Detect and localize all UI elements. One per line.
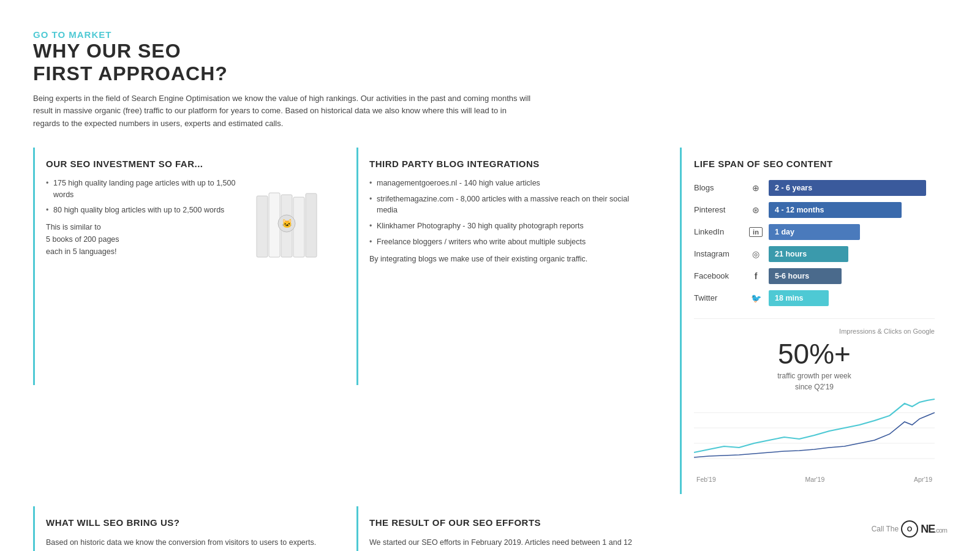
linkedin-icon: in	[749, 227, 763, 237]
lifespan-label-linkedin: LinkedIn	[694, 227, 743, 236]
chart-svg	[694, 397, 935, 471]
lifespan-label-blogs: Blogs	[694, 183, 743, 192]
big-stat-sub: traffic growth per weeksince Q2'19	[694, 370, 935, 392]
third-party-list: managementgoeroes.nl - 140 high value ar…	[369, 178, 650, 248]
lifespan-label-twitter: Twitter	[694, 293, 743, 302]
list-item: 175 high quality landing page articles w…	[46, 178, 241, 201]
lifespan-bar-twitter: 18 mins	[769, 290, 829, 306]
instagram-icon: ◎	[749, 249, 763, 259]
seo-bring-desc: Based on historic data we know the conve…	[46, 536, 327, 549]
facebook-icon: f	[749, 271, 763, 281]
twitter-icon: 🐦	[749, 293, 763, 303]
lifespan-card: LIFE SPAN OF SEO CONTENT Blogs ⊕ 2 - 6 y…	[680, 148, 947, 494]
seo-investment-text: 175 high quality landing page articles w…	[46, 178, 241, 258]
svg-text:🐱: 🐱	[282, 219, 293, 229]
pinterest-icon: ⊛	[749, 205, 763, 215]
lifespan-bar-container-instagram: 21 hours	[769, 246, 935, 262]
footer-one-logo: NE.com	[921, 523, 947, 536]
seo-investment-note: This is similar to5 books of 200 pagesea…	[46, 221, 241, 258]
seo-investment-card: OUR SEO INVESTMENT SO FAR... 175 high qu…	[33, 148, 339, 385]
page-subtitle: GO TO MARKET	[33, 29, 947, 40]
seo-investment-list: 175 high quality landing page articles w…	[46, 178, 241, 216]
svg-rect-4	[306, 193, 317, 257]
svg-rect-0	[257, 196, 268, 257]
chart-x-label-apr: Apr'19	[914, 476, 932, 483]
chart-x-label-mar: Mar'19	[805, 476, 824, 483]
lifespan-row-blogs: Blogs ⊕ 2 - 6 years	[694, 180, 935, 196]
lifespan-label-pinterest: Pinterest	[694, 205, 743, 214]
right-panel: LIFE SPAN OF SEO CONTENT Blogs ⊕ 2 - 6 y…	[680, 148, 947, 494]
list-item: managementgoeroes.nl - 140 high value ar…	[369, 178, 650, 189]
third-party-note: By integrating blogs we make use of thei…	[369, 253, 650, 265]
lifespan-title: LIFE SPAN OF SEO CONTENT	[694, 159, 935, 169]
main-grid: OUR SEO INVESTMENT SO FAR... 175 high qu…	[33, 148, 947, 494]
lifespan-label-instagram: Instagram	[694, 249, 743, 258]
page: GO TO MARKET WHY OUR SEO FIRST APPROACH?…	[0, 0, 980, 551]
list-item: Freelance bloggers / writers who write a…	[369, 236, 650, 248]
lifespan-bar-linkedin: 1 day	[769, 224, 860, 240]
lifespan-bar-blogs: 2 - 6 years	[769, 180, 926, 196]
seo-result-para1: We started our SEO efforts in February 2…	[369, 536, 650, 551]
lifespan-bar-container-twitter: 18 mins	[769, 290, 935, 306]
lifespan-label-facebook: Facebook	[694, 271, 743, 280]
footer: Call The O NE.com	[872, 520, 947, 538]
lifespan-bar-pinterest: 4 - 12 months	[769, 202, 902, 218]
third-party-title: THIRD PARTY BLOG INTEGRATIONS	[369, 159, 650, 169]
chart-x-label-feb: Feb'19	[696, 476, 716, 483]
chart-x-labels: Feb'19 Mar'19 Apr'19	[694, 476, 935, 483]
svg-rect-3	[293, 197, 304, 257]
lifespan-bar-container-linkedin: 1 day	[769, 224, 935, 240]
header-description: Being experts in the field of Search Eng…	[33, 92, 535, 130]
list-item: strifethemagazine.com - 8,000 articles w…	[369, 193, 650, 217]
seo-result-title: THE RESULT OF OUR SEO EFFORTS	[369, 517, 650, 528]
list-item: Klinkhamer Photography - 30 high quality…	[369, 220, 650, 232]
footer-call-the: Call The	[872, 525, 899, 533]
lifespan-row-pinterest: Pinterest ⊛ 4 - 12 months	[694, 202, 935, 218]
chart-label: Impressions & Clicks on Google	[694, 328, 935, 335]
lifespan-bar-instagram: 21 hours	[769, 246, 848, 262]
lifespan-bar-facebook: 5-6 hours	[769, 268, 842, 284]
lifespan-row-linkedin: LinkedIn in 1 day	[694, 224, 935, 240]
seo-result-card: THE RESULT OF OUR SEO EFFORTS We started…	[356, 506, 663, 551]
header: GO TO MARKET WHY OUR SEO FIRST APPROACH?…	[33, 29, 947, 130]
bottom-left-placeholder	[33, 385, 339, 494]
list-item: 80 high quality blog articles with up to…	[46, 204, 241, 216]
third-party-card: THIRD PARTY BLOG INTEGRATIONS management…	[356, 148, 663, 385]
bottom-right-placeholder	[356, 385, 663, 494]
bottom-row: WHAT WILL SEO BRING US? Based on histori…	[33, 506, 947, 551]
lifespan-bar-container-blogs: 2 - 6 years	[769, 180, 935, 196]
lifespan-bar-container-facebook: 5-6 hours	[769, 268, 935, 284]
chart-area: Impressions & Clicks on Google 50%+ traf…	[694, 318, 935, 483]
seo-bring-card: WHAT WILL SEO BRING US? Based on histori…	[33, 506, 339, 551]
page-title: WHY OUR SEO FIRST APPROACH?	[33, 40, 947, 85]
seo-investment-title: OUR SEO INVESTMENT SO FAR...	[46, 159, 327, 169]
lifespan-row-facebook: Facebook f 5-6 hours	[694, 268, 935, 284]
footer-circle-logo: O	[901, 520, 918, 538]
seo-bring-title: WHAT WILL SEO BRING US?	[46, 517, 327, 528]
lifespan-row-instagram: Instagram ◎ 21 hours	[694, 246, 935, 262]
books-illustration: 🐱	[247, 184, 327, 263]
lifespan-bar-container-pinterest: 4 - 12 months	[769, 202, 935, 218]
rss-icon: ⊕	[749, 183, 763, 193]
lifespan-row-twitter: Twitter 🐦 18 mins	[694, 290, 935, 306]
seo-investment-inner: 175 high quality landing page articles w…	[46, 178, 327, 263]
big-stat: 50%+	[694, 340, 935, 368]
